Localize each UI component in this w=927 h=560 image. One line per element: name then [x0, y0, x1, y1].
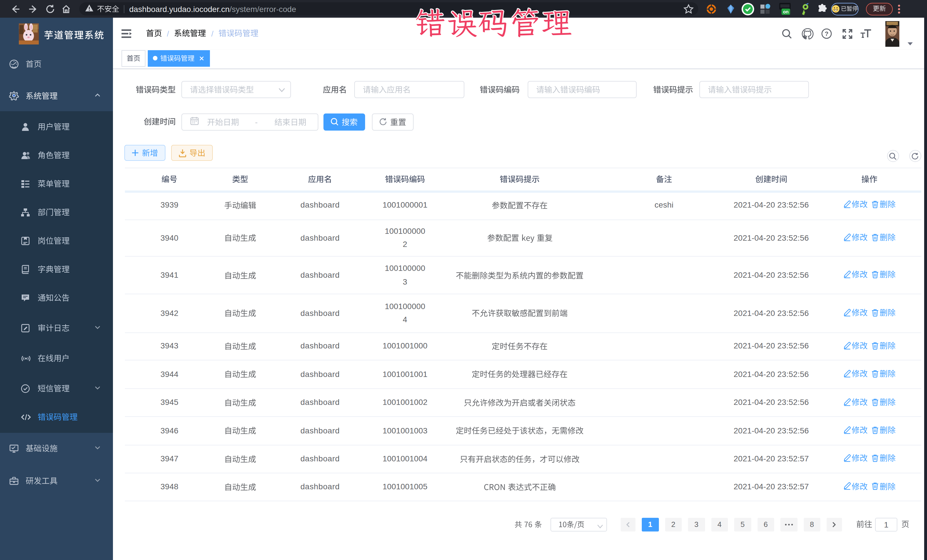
svg-text:on: on: [783, 9, 789, 14]
svg-text:?: ?: [825, 30, 828, 37]
